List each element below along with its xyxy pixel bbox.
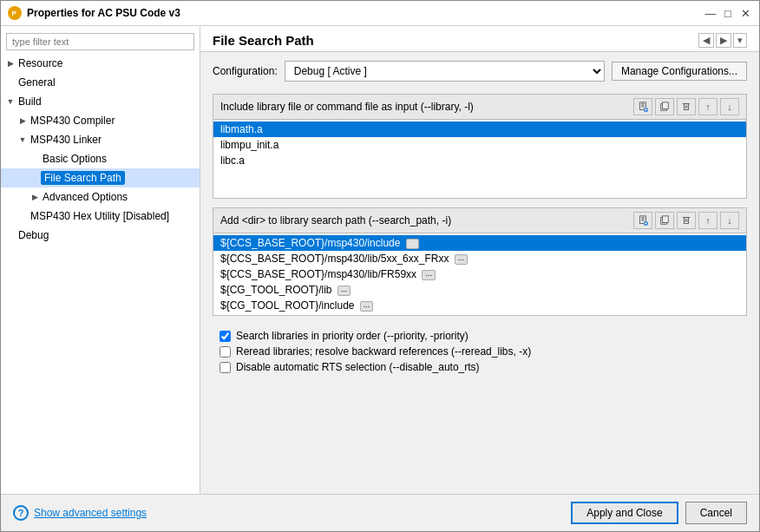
section2-header: Add <dir> to library search path (--sear… [213,208,746,233]
cancel-button[interactable]: Cancel [685,502,747,524]
build-label: Build [16,95,43,108]
close-button[interactable]: ✕ [738,6,752,20]
help-icon[interactable]: ? [13,505,29,521]
basic-options-label: Basic Options [41,152,108,166]
list-item[interactable]: ${CCS_BASE_ROOT}/msp430/lib/FR59xx ··· [213,266,746,282]
svg-rect-22 [662,216,668,223]
section1-toolbar: ↑ ↓ [633,98,739,115]
linker-arrow: ▼ [16,135,29,144]
bottom-buttons: Apply and Close Cancel [571,502,747,524]
checkbox-priority-row: Search libraries in priority order (--pr… [219,330,740,342]
panel-title: File Search Path [213,33,314,48]
section2-down-button[interactable]: ↓ [720,212,739,229]
show-advanced-settings-link[interactable]: Show advanced settings [34,507,147,519]
manage-configurations-button[interactable]: Manage Configurations... [612,62,747,81]
advanced-options-label: Advanced Options [41,190,129,204]
resource-arrow: ▶ [4,59,16,68]
maximize-button[interactable]: □ [721,6,735,20]
list-item[interactable]: ${CG_TOOL_ROOT}/include ··· [213,298,746,313]
section2-toolbar: ↑ ↓ [633,212,739,229]
titlebar: P Properties for AC PSU Code v3 — □ ✕ [1,1,759,26]
forward-button[interactable]: ▶ [716,33,731,48]
build-arrow: ▼ [4,97,16,106]
right-panel: File Search Path ◀ ▶ ▾ Configuration: De… [200,26,759,494]
list-item[interactable]: ${CCS_BASE_ROOT}/msp430/lib/5xx_6xx_FRxx… [213,251,746,266]
sidebar-item-debug[interactable]: Debug [1,226,200,245]
reread-label: Reread libraries; resolve backward refer… [236,345,531,358]
sidebar-item-advanced-options[interactable]: ▶ Advanced Options [1,187,200,207]
dropdown-button[interactable]: ▾ [733,33,747,48]
section2-list: ${CCS_BASE_ROOT}/msp430/include ··· ${CC… [213,233,746,315]
list-item[interactable]: libmpu_init.a [213,137,746,153]
list-item[interactable]: libmath.a [213,122,746,137]
sidebar-item-resource[interactable]: ▶ Resource [1,54,200,73]
checkboxes-section: Search libraries in priority order (--pr… [213,325,747,378]
ellipsis-badge: ··· [337,286,351,296]
config-row: Configuration: Debug [ Active ] Manage C… [213,61,747,82]
list-item[interactable]: libc.a [213,153,746,168]
sidebar-item-msp430-compiler[interactable]: ▶ MSP430 Compiler [1,111,200,130]
general-label: General [16,76,57,89]
section2-add-button[interactable] [633,212,652,229]
app-icon: P [8,6,22,20]
section1-up-button[interactable]: ↑ [698,98,717,115]
back-button[interactable]: ◀ [698,33,714,48]
list-item[interactable]: ${CG_TOOL_ROOT}/lib ··· [213,282,746,298]
priority-label: Search libraries in priority order (--pr… [236,330,468,342]
svg-rect-10 [662,102,668,109]
svg-rect-11 [684,104,688,110]
config-select[interactable]: Debug [ Active ] [285,61,605,82]
section1-copy-button[interactable] [655,98,674,115]
section2-delete-button[interactable] [677,212,696,229]
main-content: ▶ Resource General ▼ Build [1,26,759,494]
include-library-section: Include library file or command file as … [213,94,747,199]
apply-and-close-button[interactable]: Apply and Close [571,502,678,524]
ellipsis-badge: ··· [360,301,374,312]
sidebar-item-file-search-path[interactable]: File Search Path [1,168,200,187]
section1-delete-button[interactable] [677,98,696,115]
section1-header: Include library file or command file as … [213,95,746,120]
dialog: P Properties for AC PSU Code v3 — □ ✕ ▶ … [0,0,760,532]
svg-rect-23 [684,218,688,224]
sidebar-item-build[interactable]: ▼ Build [1,92,200,111]
compiler-arrow: ▶ [16,116,29,125]
resource-label: Resource [16,56,64,70]
reread-checkbox[interactable] [219,346,231,358]
list-item[interactable]: ${CCS_BASE_ROOT}/msp430/include ··· [213,235,746,251]
minimize-button[interactable]: — [704,6,717,20]
disable-rts-label: Disable automatic RTS selection (--disab… [236,361,480,373]
svg-text:P: P [12,10,17,17]
section1-down-button[interactable]: ↓ [720,98,739,115]
bottom-bar: ? Show advanced settings Apply and Close… [1,494,759,531]
window-controls: — □ ✕ [704,6,752,20]
filter-input[interactable] [6,33,194,50]
config-label: Configuration: [213,65,278,77]
disable-rts-checkbox[interactable] [219,362,231,373]
sidebar: ▶ Resource General ▼ Build [1,26,200,494]
linker-label: MSP430 Linker [29,133,103,147]
section2-copy-button[interactable] [655,212,674,229]
nav-arrows: ◀ ▶ ▾ [698,33,747,48]
section2-up-button[interactable]: ↑ [698,212,717,229]
ellipsis-badge: ··· [455,254,468,265]
compiler-label: MSP430 Compiler [29,114,116,128]
sidebar-item-msp430-hex[interactable]: MSP430 Hex Utility [Disabled] [1,207,200,226]
priority-checkbox[interactable] [219,331,231,342]
checkbox-reread-row: Reread libraries; resolve backward refer… [219,345,740,358]
section1-list: libmath.a libmpu_init.a libc.a [213,120,746,198]
file-search-path-label: File Search Path [41,171,125,185]
hex-label: MSP430 Hex Utility [Disabled] [29,209,171,223]
adv-arrow: ▶ [29,193,41,201]
sidebar-item-general[interactable]: General [1,73,200,92]
section2-title: Add <dir> to library search path (--sear… [220,214,451,227]
section1-title: Include library file or command file as … [220,101,474,113]
search-path-section: Add <dir> to library search path (--sear… [213,207,747,316]
section1-add-button[interactable] [633,98,652,115]
dialog-title: Properties for AC PSU Code v3 [27,7,698,19]
sidebar-item-msp430-linker[interactable]: ▼ MSP430 Linker [1,130,200,149]
checkbox-disable-rts-row: Disable automatic RTS selection (--disab… [219,361,740,373]
sidebar-item-basic-options[interactable]: Basic Options [1,149,200,168]
debug-label: Debug [16,228,50,242]
ellipsis-badge: ··· [422,270,436,280]
bottom-left: ? Show advanced settings [13,505,147,521]
